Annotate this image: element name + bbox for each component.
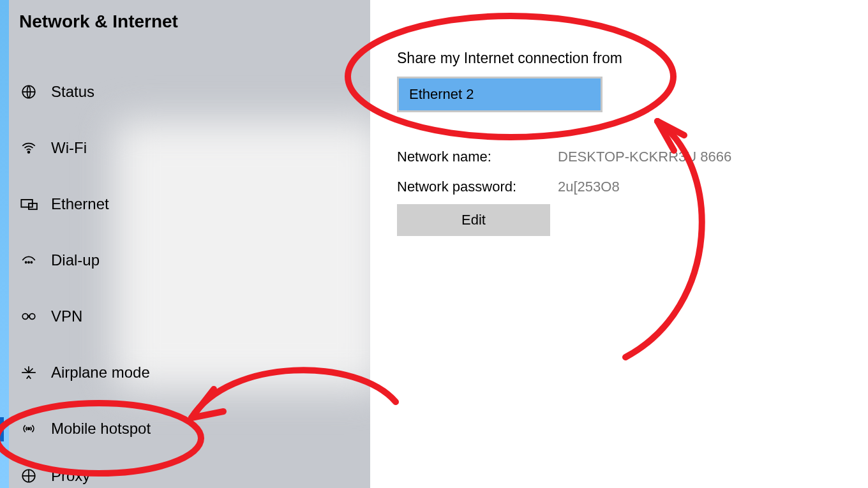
sidebar-item-label: Wi-Fi: [51, 139, 87, 157]
vpn-icon: [19, 308, 38, 325]
sidebar-item-wifi[interactable]: Wi-Fi: [0, 120, 370, 176]
sidebar-item-label: Mobile hotspot: [51, 420, 151, 438]
sidebar-item-vpn[interactable]: VPN: [0, 288, 370, 344]
svg-point-8: [29, 314, 35, 320]
sidebar-item-mobile-hotspot[interactable]: Mobile hotspot: [0, 401, 370, 457]
sidebar-item-label: Proxy: [51, 467, 90, 485]
sidebar-item-proxy[interactable]: Proxy: [0, 457, 370, 488]
sidebar-item-label: Airplane mode: [51, 364, 150, 381]
dialup-icon: [19, 252, 38, 269]
svg-point-4: [26, 262, 27, 263]
svg-point-5: [28, 262, 29, 263]
edit-button-label: Edit: [461, 212, 486, 228]
sidebar-item-airplane-mode[interactable]: Airplane mode: [0, 344, 370, 401]
hotspot-icon: [19, 420, 38, 437]
sidebar-item-label: VPN: [51, 307, 82, 325]
proxy-icon: [19, 468, 38, 484]
airplane-icon: [19, 364, 38, 381]
share-connection-label: Share my Internet connection from: [397, 50, 622, 67]
wifi-icon: [19, 140, 38, 156]
ethernet-icon: [19, 195, 38, 213]
svg-point-7: [22, 314, 28, 320]
sidebar-item-status[interactable]: Status: [0, 64, 370, 120]
edit-button[interactable]: Edit: [397, 204, 550, 236]
dropdown-selected-value: Ethernet 2: [409, 86, 474, 103]
sidebar-item-label: Dial-up: [51, 251, 100, 269]
svg-point-9: [27, 427, 29, 429]
sidebar-title: Network & Internet: [19, 11, 178, 32]
sidebar: Network & Internet Status: [0, 0, 370, 488]
network-password-value: 2u[253O8: [558, 179, 620, 195]
network-name-label: Network name:: [397, 149, 558, 165]
svg-point-6: [31, 262, 32, 263]
sidebar-item-label: Status: [51, 83, 94, 101]
network-password-label: Network password:: [397, 179, 558, 195]
sidebar-nav: Status Wi-Fi: [0, 64, 370, 488]
network-password-row: Network password: 2u[253O8: [397, 179, 844, 195]
svg-point-1: [28, 151, 30, 153]
sidebar-item-label: Ethernet: [51, 195, 109, 213]
network-name-value: DESKTOP-KCKRR3U 8666: [558, 149, 731, 165]
share-connection-dropdown[interactable]: Ethernet 2: [397, 77, 602, 112]
sidebar-item-ethernet[interactable]: Ethernet: [0, 176, 370, 232]
globe-icon: [19, 84, 38, 100]
network-name-row: Network name: DESKTOP-KCKRR3U 8666: [397, 149, 844, 165]
main-panel: Share my Internet connection from Ethern…: [370, 0, 868, 488]
sidebar-item-dialup[interactable]: Dial-up: [0, 232, 370, 288]
